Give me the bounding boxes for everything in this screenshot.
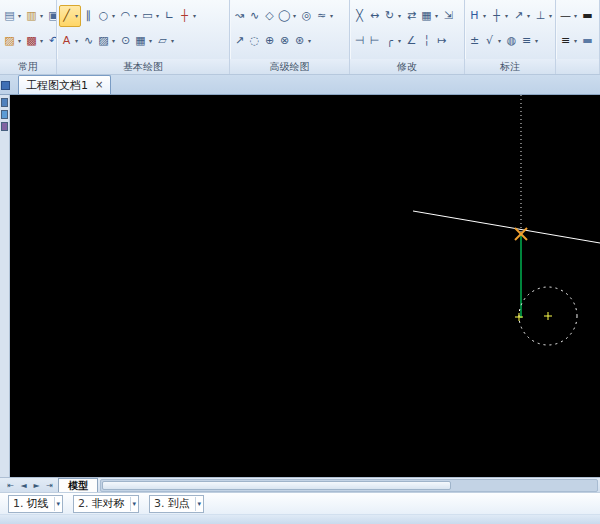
table-icon[interactable]: ▦▾ bbox=[133, 30, 155, 52]
dropdown-arrow-icon[interactable]: ▾ bbox=[481, 7, 488, 25]
dropdown-arrow-icon[interactable]: ▾ bbox=[496, 32, 503, 50]
last-sheet-icon[interactable]: ⇥ bbox=[43, 479, 56, 492]
dropdown-arrow-icon[interactable]: ▾ bbox=[73, 32, 80, 50]
horizontal-scrollbar[interactable] bbox=[100, 479, 598, 492]
paste-icon[interactable]: ▥▾ bbox=[24, 5, 46, 27]
dropdown-arrow-icon[interactable]: ▾ bbox=[110, 32, 117, 50]
document-tab[interactable]: 工程图文档1 × bbox=[18, 75, 111, 94]
prev-sheet-icon[interactable]: ◄ bbox=[17, 479, 30, 492]
dropdown-arrow-icon[interactable]: ▾ bbox=[130, 497, 139, 511]
dropdown-arrow-icon[interactable]: ▾ bbox=[191, 7, 198, 25]
chamfer-icon[interactable]: ∠ bbox=[404, 30, 419, 52]
dropdown-arrow-icon[interactable]: ▾ bbox=[132, 7, 139, 25]
wave-line-icon[interactable]: ∿ bbox=[247, 5, 262, 27]
circle-icon[interactable]: ○▾ bbox=[96, 5, 118, 27]
centerline-icon[interactable]: ┼▾ bbox=[177, 5, 199, 27]
leader-icon[interactable]: ↗▾ bbox=[511, 5, 533, 27]
break-icon[interactable]: ╎ bbox=[419, 30, 434, 52]
text-icon[interactable]: A▾ bbox=[59, 30, 81, 52]
dropdown-arrow-icon[interactable]: ▾ bbox=[73, 7, 80, 25]
close-tab-icon[interactable]: × bbox=[95, 80, 103, 90]
fillet-icon[interactable]: ╭▾ bbox=[382, 30, 404, 52]
dropdown-arrow-icon[interactable]: ▾ bbox=[572, 32, 579, 50]
rectangle-icon[interactable]: ▭▾ bbox=[140, 5, 162, 27]
stretch-icon[interactable]: ↦ bbox=[434, 30, 449, 52]
mark-point-icon[interactable]: ⊗ bbox=[277, 30, 292, 52]
block-icon[interactable]: ▱▾ bbox=[155, 30, 177, 52]
trim-icon[interactable]: ⊣ bbox=[352, 30, 367, 52]
extend-icon[interactable]: ⊢ bbox=[367, 30, 382, 52]
next-sheet-icon[interactable]: ► bbox=[30, 479, 43, 492]
workspace-icon[interactable] bbox=[2, 82, 9, 89]
immediate-menu-option-1[interactable]: 1. 切线 ▾ bbox=[8, 495, 63, 513]
revision-cloud-icon[interactable]: ◌ bbox=[247, 30, 262, 52]
arrow-icon[interactable]: ↗ bbox=[232, 30, 247, 52]
erase-icon[interactable]: ╳ bbox=[352, 5, 367, 27]
donut-icon[interactable]: ◎ bbox=[299, 5, 314, 27]
dimension-icon[interactable]: H▾ bbox=[467, 5, 489, 27]
dropdown-arrow-icon[interactable]: ▾ bbox=[525, 7, 532, 25]
dropdown-arrow-icon[interactable]: ▾ bbox=[328, 7, 335, 25]
array-icon[interactable]: ▦▾ bbox=[419, 5, 441, 27]
dropdown-arrow-icon[interactable]: ▾ bbox=[396, 7, 403, 25]
dropdown-arrow-icon[interactable]: ▾ bbox=[169, 32, 176, 50]
dropdown-arrow-icon[interactable]: ▾ bbox=[16, 32, 23, 50]
datum-icon[interactable]: ⊥▾ bbox=[533, 5, 555, 27]
symbol-icon[interactable]: ⊛▾ bbox=[292, 30, 314, 52]
open-icon[interactable]: ▨▾ bbox=[2, 30, 24, 52]
roughness-icon[interactable]: √▾ bbox=[482, 30, 504, 52]
dropdown-arrow-icon[interactable]: ▾ bbox=[54, 497, 63, 511]
model-tab[interactable]: 模型 bbox=[58, 478, 98, 493]
immediate-menu-option-3[interactable]: 3. 到点 ▾ bbox=[149, 495, 204, 513]
dropdown-arrow-icon[interactable]: ▾ bbox=[195, 497, 204, 511]
linetype-icon[interactable]: —▾ bbox=[558, 5, 580, 27]
ellipse-icon[interactable]: ◯▾ bbox=[277, 5, 299, 27]
properties-panel-icon[interactable] bbox=[1, 98, 8, 107]
layer-icon[interactable]: ▬ bbox=[580, 30, 595, 52]
line-color-icon[interactable]: ▬ bbox=[580, 5, 595, 27]
center-axis-icon[interactable]: ⊕ bbox=[262, 30, 277, 52]
lineweight-icon[interactable]: ≡▾ bbox=[558, 30, 580, 52]
dropdown-arrow-icon[interactable]: ▾ bbox=[547, 7, 554, 25]
arc-icon[interactable]: ◠▾ bbox=[118, 5, 140, 27]
commands-panel-icon[interactable] bbox=[1, 122, 8, 131]
dropdown-arrow-icon[interactable]: ▾ bbox=[572, 7, 579, 25]
tolerance-icon[interactable]: ± bbox=[467, 30, 482, 52]
copy-icon[interactable]: ▣▾ bbox=[46, 5, 56, 27]
hatch-icon[interactable]: ▨▾ bbox=[96, 30, 118, 52]
immediate-menu-option-2[interactable]: 2. 非对称 ▾ bbox=[73, 495, 139, 513]
dim-edit-icon[interactable]: ≡▾ bbox=[519, 30, 541, 52]
scale-icon[interactable]: ⇲ bbox=[441, 5, 456, 27]
dropdown-arrow-icon[interactable]: ▾ bbox=[433, 7, 440, 25]
balloon-icon[interactable]: ◍ bbox=[504, 30, 519, 52]
library-panel-icon[interactable] bbox=[1, 110, 8, 119]
polygon-icon[interactable]: ◇ bbox=[262, 5, 277, 27]
new-doc-icon[interactable]: ▤▾ bbox=[2, 5, 24, 27]
dropdown-arrow-icon[interactable]: ▾ bbox=[16, 7, 23, 25]
point-icon[interactable]: ⊙ bbox=[118, 30, 133, 52]
drawing-canvas[interactable] bbox=[10, 95, 600, 477]
dropdown-arrow-icon[interactable]: ▾ bbox=[291, 7, 298, 25]
dropdown-arrow-icon[interactable]: ▾ bbox=[306, 32, 313, 50]
first-sheet-icon[interactable]: ⇤ bbox=[4, 479, 17, 492]
dropdown-arrow-icon[interactable]: ▾ bbox=[147, 32, 154, 50]
print-icon[interactable]: ▩▾ bbox=[24, 30, 46, 52]
polyline-icon[interactable]: ∟ bbox=[162, 5, 177, 27]
formula-curve-icon[interactable]: ≈▾ bbox=[314, 5, 336, 27]
move-icon[interactable]: ↔ bbox=[367, 5, 382, 27]
coordinate-dim-icon[interactable]: ┼▾ bbox=[489, 5, 511, 27]
dropdown-arrow-icon[interactable]: ▾ bbox=[38, 32, 45, 50]
spline-icon[interactable]: ∿ bbox=[81, 30, 96, 52]
dropdown-arrow-icon[interactable]: ▾ bbox=[154, 7, 161, 25]
parallel-line-icon[interactable]: ∥ bbox=[81, 5, 96, 27]
rotate-icon[interactable]: ↻▾ bbox=[382, 5, 404, 27]
dropdown-arrow-icon[interactable]: ▾ bbox=[38, 7, 45, 25]
dropdown-arrow-icon[interactable]: ▾ bbox=[533, 32, 540, 50]
mirror-icon[interactable]: ⇄ bbox=[404, 5, 419, 27]
scrollbar-thumb[interactable] bbox=[102, 481, 451, 490]
dropdown-arrow-icon[interactable]: ▾ bbox=[396, 32, 403, 50]
undo-icon[interactable]: ↶▾ bbox=[46, 30, 56, 52]
line-icon[interactable]: ╱▾ bbox=[59, 5, 81, 27]
freehand-icon[interactable]: ↝ bbox=[232, 5, 247, 27]
dropdown-arrow-icon[interactable]: ▾ bbox=[110, 7, 117, 25]
